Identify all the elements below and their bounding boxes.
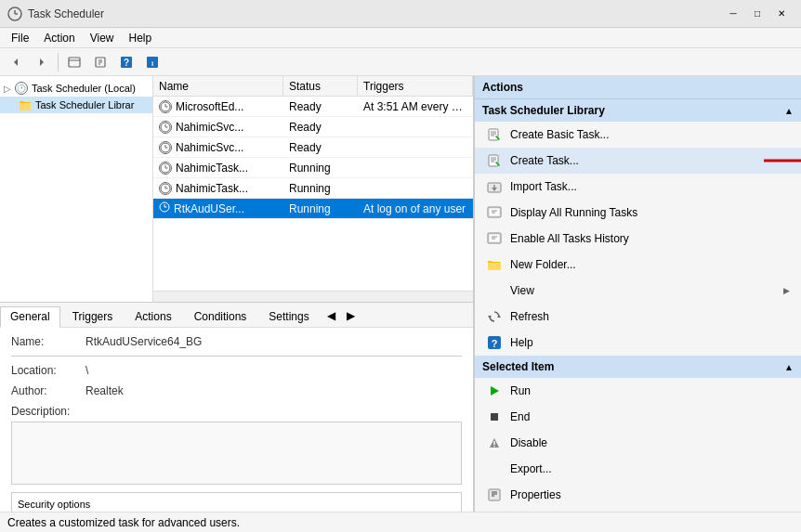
selected-item-label: Selected Item [482,360,554,373]
app-icon [7,6,22,21]
security-section: Security options When running the task, … [11,492,462,512]
security-header: Security options [18,499,455,510]
task-name-cell: RtkAudUSer... [153,200,283,217]
table-row[interactable]: NahimicSvc... Ready [153,117,473,137]
end-icon [486,409,503,425]
task-clock-icon [159,141,172,154]
tab-general[interactable]: General [0,306,60,328]
extra-button[interactable]: i [140,51,164,73]
task-status-cell: Ready [283,119,358,136]
action-create-task[interactable]: Create Task... [475,148,801,174]
description-label: Description: [11,405,85,418]
svg-text:?: ? [492,338,498,349]
export-icon [486,461,503,477]
tree-panel: ▷ 🕐 Task Scheduler (Local) Task Schedule… [0,76,153,302]
maximize-button[interactable]: □ [745,5,769,23]
task-trigger-cell [358,146,473,149]
table-row[interactable]: NahimicTask... Running [153,158,473,178]
tab-nav-back[interactable]: ◀ [322,306,341,327]
detail-panel: General Triggers Actions Conditions Sett… [0,302,473,512]
show-hide-console-button[interactable] [62,51,86,73]
action-end[interactable]: End [475,404,801,430]
task-clock-icon [159,201,170,215]
action-export[interactable]: Export... [475,456,801,482]
run-label: Run [510,384,790,397]
toolbar-separator [58,53,59,71]
tree-item-root[interactable]: ▷ 🕐 Task Scheduler (Local) [0,80,152,97]
menu-action[interactable]: Action [36,30,82,46]
action-enable-history[interactable]: Enable All Tasks History [475,226,801,252]
svg-text:?: ? [124,58,129,68]
task-status-cell: Ready [283,139,358,156]
top-split: ▷ 🕐 Task Scheduler (Local) Task Schedule… [0,76,473,302]
minimize-button[interactable]: ─ [721,5,745,23]
svg-text:i: i [151,59,153,68]
table-row[interactable]: MicrosoftEd... Ready At 3:51 AM every da… [153,97,473,117]
task-clock-icon [159,121,172,134]
action-new-folder[interactable]: New Folder... [475,252,801,278]
tab-settings[interactable]: Settings [258,306,319,327]
menu-file[interactable]: File [4,30,36,46]
table-row[interactable]: NahimicSvc... Ready [153,137,473,158]
task-name-cell: NahimicTask... [153,180,283,197]
run-icon [486,383,503,399]
tab-actions[interactable]: Actions [125,306,181,327]
red-arrow-icon [764,151,801,170]
detail-content: Name: RtkAudUService64_BG Location: \ Au… [0,328,473,512]
name-label: Name: [11,335,85,348]
properties-action-icon [486,487,503,503]
help-button[interactable]: ? [114,51,138,73]
table-row[interactable]: NahimicTask... Running [153,178,473,199]
selected-item-header: Selected Item ▲ [475,356,801,378]
create-task-label: Create Task... [510,154,790,167]
menu-view[interactable]: View [83,30,122,46]
col-header-name: Name [153,76,283,96]
left-panel: ▷ 🕐 Task Scheduler (Local) Task Schedule… [0,76,474,512]
name-value: RtkAudUService64_BG [85,335,202,348]
tree-item-library[interactable]: Task Scheduler Librar [0,97,152,113]
action-create-basic-task[interactable]: Create Basic Task... [475,122,801,148]
tab-conditions[interactable]: Conditions [184,306,257,327]
disable-icon [486,435,503,451]
table-row[interactable]: RtkAudUSer... Running At log on of any u… [153,199,473,219]
svg-rect-57 [488,262,501,270]
display-running-icon [486,204,503,221]
properties-button[interactable] [88,51,112,73]
properties-label: Properties [510,488,790,501]
action-display-running[interactable]: Display All Running Tasks [475,200,801,226]
task-clock-icon [159,182,172,195]
import-task-icon [486,178,503,195]
action-properties[interactable]: Properties [475,482,801,508]
task-trigger-cell [358,166,473,170]
action-delete[interactable]: Delete [475,508,801,512]
task-trigger-cell: At log on of any user [358,201,473,217]
new-folder-label: New Folder... [510,258,790,271]
svg-rect-63 [491,413,498,421]
task-clock-icon [159,100,172,113]
tab-nav-forward[interactable]: ▶ [341,306,361,327]
svg-rect-5 [69,58,80,67]
horizontal-scrollbar[interactable] [153,291,473,302]
action-disable[interactable]: Disable [475,430,801,456]
task-list: MicrosoftEd... Ready At 3:51 AM every da… [153,97,473,291]
menu-help[interactable]: Help [122,30,160,46]
detail-tabs: General Triggers Actions Conditions Sett… [0,303,473,328]
forward-button[interactable] [30,51,54,73]
action-refresh[interactable]: Refresh [475,304,801,330]
display-running-label: Display All Running Tasks [510,206,790,219]
author-row: Author: Realtek [11,384,462,397]
action-help-library[interactable]: ? Help [475,330,801,356]
refresh-label: Refresh [510,310,790,323]
task-list-area: Name Status Triggers MicrosoftEd... Read… [153,76,473,302]
tab-triggers[interactable]: Triggers [62,306,124,327]
action-import-task[interactable]: Import Task... [475,174,801,200]
end-label: End [510,410,790,423]
action-view[interactable]: View ▶ [475,278,801,304]
close-button[interactable]: ✕ [769,5,794,23]
action-run[interactable]: Run [475,378,801,404]
task-name-cell: NahimicSvc... [153,139,283,156]
window-controls: ─ □ ✕ [721,5,794,23]
back-button[interactable] [4,51,28,73]
tree-root-icon: 🕐 [15,82,28,95]
view-submenu-arrow: ▶ [783,286,790,295]
